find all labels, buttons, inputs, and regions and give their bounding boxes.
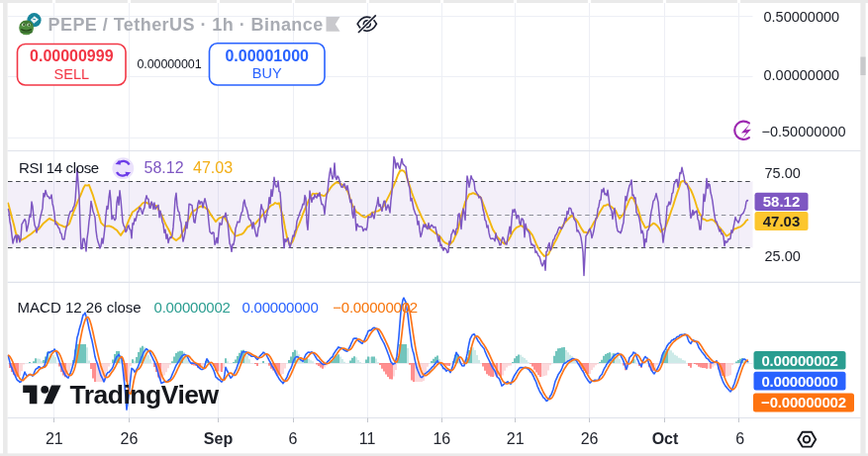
svg-text:26: 26 [581, 430, 599, 447]
svg-text:−0.00000002: −0.00000002 [333, 299, 418, 316]
svg-text:BUY: BUY [252, 65, 282, 81]
svg-text:6: 6 [289, 430, 298, 447]
svg-text:Oct: Oct [652, 430, 679, 447]
svg-text:0.00000000: 0.00000000 [764, 67, 840, 83]
svg-text:0.50000000: 0.50000000 [764, 9, 840, 25]
svg-text:−0.00000002: −0.00000002 [761, 394, 846, 410]
svg-text:58.12: 58.12 [763, 193, 801, 210]
svg-text:0.00000001: 0.00000001 [137, 57, 201, 71]
svg-text:16: 16 [433, 430, 450, 447]
svg-text:21: 21 [507, 430, 525, 447]
svg-text:0.00000000: 0.00000000 [241, 299, 318, 316]
svg-text:MACD 12 26 close: MACD 12 26 close [18, 299, 142, 316]
svg-text:Sep: Sep [204, 430, 234, 447]
svg-text:75.00: 75.00 [765, 165, 801, 181]
svg-text:6: 6 [735, 430, 744, 447]
svg-text:21: 21 [46, 430, 63, 447]
svg-text:25.00: 25.00 [765, 248, 801, 264]
svg-text:TradingView: TradingView [70, 380, 220, 410]
svg-text:PEPE / TetherUS · 1h · Binance: PEPE / TetherUS · 1h · Binance [48, 15, 324, 35]
svg-text:SELL: SELL [54, 66, 89, 82]
svg-text:0.00000999: 0.00000999 [30, 47, 114, 64]
svg-text:47.03: 47.03 [763, 213, 801, 229]
svg-text:0.00000000: 0.00000000 [761, 373, 837, 390]
svg-text:0.00000002: 0.00000002 [761, 352, 837, 369]
svg-text:26: 26 [121, 430, 139, 447]
svg-text:47.03: 47.03 [193, 159, 233, 176]
svg-text:0.00001000: 0.00001000 [225, 47, 309, 64]
svg-text:0.00000002: 0.00000002 [154, 299, 231, 316]
svg-text:11: 11 [359, 430, 376, 447]
svg-text:RSI 14 close: RSI 14 close [19, 159, 99, 176]
svg-text:−0.50000000: −0.50000000 [762, 124, 846, 139]
svg-text:58.12: 58.12 [145, 159, 184, 176]
